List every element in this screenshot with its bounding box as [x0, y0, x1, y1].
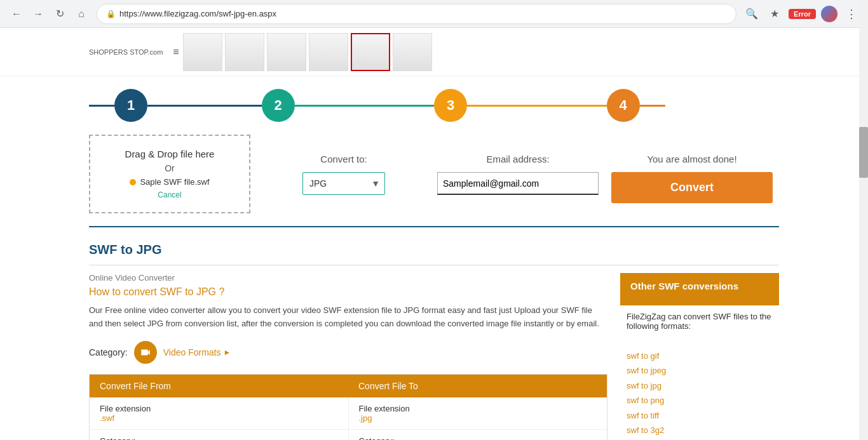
search-icon[interactable]: 🔍	[743, 5, 761, 23]
converter-section: SWF to JPG Online Video Converter How to…	[89, 227, 779, 440]
category-row: Category: Video Formats ►	[89, 341, 607, 364]
top-banner: SHOPPERS STOP.com ≡	[0, 28, 868, 76]
step1-line-left	[89, 105, 114, 107]
forward-button[interactable]: →	[29, 5, 47, 23]
row1-label2: File extension	[359, 404, 597, 413]
description-text: Our Free online video converter allow yo…	[89, 304, 607, 331]
lock-icon: 🔒	[106, 10, 116, 18]
file-name: Saple SWF file.swf	[140, 177, 209, 187]
steps-row: 1 2 3 4	[89, 76, 779, 135]
format-select-wrapper: JPG PNG GIF BMP TIFF ▼	[302, 172, 385, 195]
sidebar-link-0[interactable]: swf to gif	[627, 349, 773, 363]
almost-done-label: You are almost done!	[611, 154, 773, 164]
home-button[interactable]: ⌂	[72, 5, 90, 23]
thumb-image-2[interactable]	[225, 33, 264, 71]
url-text: https://www.filezigzag.com/swf-jpg-en.as…	[119, 9, 276, 18]
step-group-4: 4	[607, 89, 780, 122]
email-panel: Email address:	[431, 135, 605, 213]
category-link[interactable]: Video Formats ►	[163, 347, 231, 357]
thumb-image-4[interactable]	[309, 33, 348, 71]
table-row-2: Category: Video Formats Category: Image …	[90, 429, 607, 440]
upload-panel: Drag & Drop file here Or Saple SWF file.…	[89, 135, 257, 213]
browser-chrome: ← → ↻ ⌂ 🔒 https://www.filezigzag.com/swf…	[0, 0, 868, 28]
step-group-2: 2	[262, 89, 435, 122]
row1-label1: File extension	[100, 404, 338, 413]
sidebar-link-1[interactable]: swf to jpeg	[627, 363, 773, 378]
content-main: Online Video Converter How to convert SW…	[89, 273, 607, 440]
step3-circle: 3	[434, 89, 467, 122]
step-group-3: 3	[434, 89, 607, 122]
table-row-1: File extension .swf File extension .jpg	[90, 397, 607, 430]
converter-title: SWF to JPG	[89, 237, 779, 265]
upload-area[interactable]: Drag & Drop file here Or Saple SWF file.…	[89, 135, 250, 213]
step2-line-right	[295, 105, 435, 107]
category-label: Category:	[89, 347, 128, 357]
content-sidebar: Other SWF conversions FileZigZag can con…	[620, 273, 779, 440]
menu-icon-small: ≡	[173, 46, 179, 58]
bookmark-icon[interactable]: ★	[766, 5, 783, 23]
step4-circle: 4	[607, 89, 640, 122]
swf-ext-link[interactable]: .swf	[100, 413, 114, 423]
convert-button[interactable]: Convert	[611, 172, 773, 203]
thumb-image-1[interactable]	[183, 33, 222, 71]
menu-icon[interactable]: ⋮	[843, 5, 860, 23]
back-button[interactable]: ←	[8, 5, 25, 23]
step2-circle: 2	[262, 89, 295, 122]
step4-line-right	[640, 105, 665, 107]
convert-to-panel: Convert to: JPG PNG GIF BMP TIFF ▼	[257, 135, 431, 213]
section-subtitle: Online Video Converter	[89, 273, 607, 283]
thumb-images	[183, 33, 432, 71]
sidebar-title: Other SWF conversions	[630, 281, 769, 291]
scrollbar-thumb[interactable]	[859, 127, 868, 178]
sidebar-link-3[interactable]: swf to png	[627, 393, 773, 408]
col2-header: Convert File To	[348, 374, 607, 397]
thumb-image-6[interactable]	[393, 33, 432, 71]
step3-line-right	[467, 105, 607, 107]
shop-title: SHOPPERS STOP.com	[89, 48, 163, 56]
conversion-table: Convert File From Convert File To File e…	[89, 374, 607, 440]
content-row: Online Video Converter How to convert SW…	[89, 273, 779, 440]
sidebar-link-6[interactable]: swf to 3gp	[627, 437, 773, 440]
convert-to-label: Convert to:	[263, 154, 424, 164]
email-label: Email address:	[437, 154, 599, 164]
drag-drop-text: Drag & Drop file here	[125, 149, 215, 159]
nav-buttons: ← → ↻ ⌂	[8, 5, 90, 23]
profile-avatar[interactable]	[821, 6, 837, 22]
page-wrapper: SHOPPERS STOP.com ≡ 1 2	[0, 28, 868, 440]
sidebar-link-2[interactable]: swf to jpg	[627, 378, 773, 393]
row2-label1: Category:	[100, 436, 338, 440]
how-to-title: How to convert SWF to JPG ?	[89, 286, 607, 298]
step1-line-right	[147, 105, 262, 107]
email-input[interactable]	[437, 172, 599, 195]
sidebar-box: Other SWF conversions	[620, 273, 779, 305]
row2-label2: Category:	[359, 436, 597, 440]
step-panels: Drag & Drop file here Or Saple SWF file.…	[89, 135, 779, 227]
sidebar-link-5[interactable]: swf to 3g2	[627, 423, 773, 437]
thumb-image-3[interactable]	[267, 33, 306, 71]
video-format-icon	[134, 341, 157, 364]
step1-circle: 1	[114, 89, 147, 122]
or-text: Or	[165, 163, 175, 173]
file-item: Saple SWF file.swf	[130, 177, 209, 187]
file-dot	[130, 179, 136, 185]
cancel-link[interactable]: Cancel	[158, 190, 181, 199]
category-link-text: Video Formats	[163, 347, 221, 357]
arrow-right-icon: ►	[223, 348, 231, 357]
sidebar-link-4[interactable]: swf to tiff	[627, 408, 773, 423]
thumb-image-5[interactable]	[351, 33, 390, 71]
scrollbar[interactable]	[859, 0, 868, 440]
format-select[interactable]: JPG PNG GIF BMP TIFF	[302, 172, 385, 195]
sidebar-description: FileZigZag can convert SWF files to the …	[620, 305, 779, 337]
sidebar-links: swf to gif swf to jpeg swf to jpg swf to…	[620, 342, 779, 440]
browser-actions: 🔍 ★ Error ⋮	[743, 5, 860, 23]
jpg-ext-link[interactable]: .jpg	[359, 413, 372, 423]
main-content: 1 2 3 4	[0, 76, 868, 440]
almost-done-panel: You are almost done! Convert	[605, 135, 779, 213]
step-group-1: 1	[89, 89, 262, 122]
address-bar[interactable]: 🔒 https://www.filezigzag.com/swf-jpg-en.…	[97, 4, 736, 24]
error-badge: Error	[789, 9, 816, 19]
reload-button[interactable]: ↻	[51, 5, 69, 23]
col1-header: Convert File From	[90, 374, 349, 397]
